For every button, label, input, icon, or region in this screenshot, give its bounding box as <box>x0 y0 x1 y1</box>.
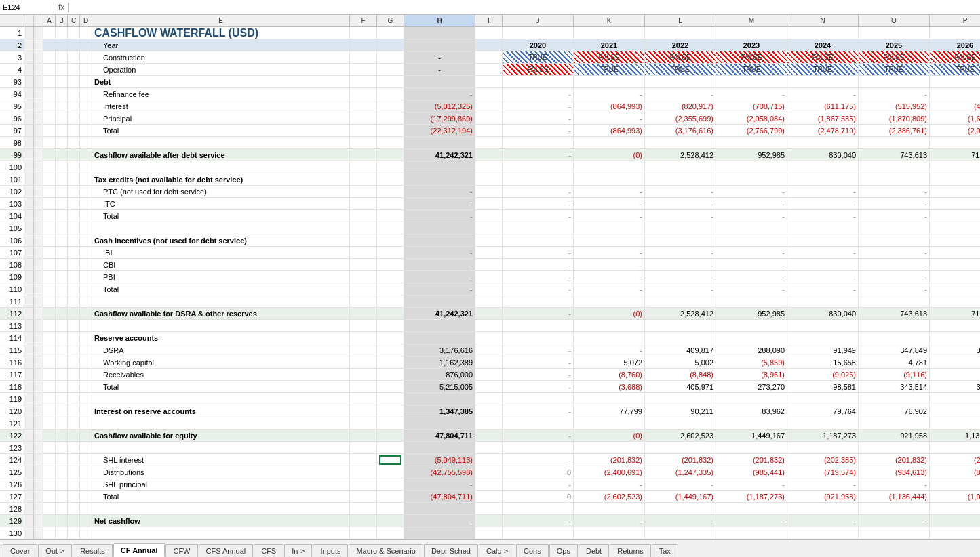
row-113: 113 <box>0 320 980 332</box>
col-header-e[interactable]: E <box>92 15 350 26</box>
cola-3 <box>43 51 56 63</box>
grp1-1 <box>24 27 34 39</box>
rownum-120: 120 <box>0 405 24 417</box>
row-98: 98 <box>0 137 980 149</box>
cola-2 <box>43 39 56 51</box>
row-105: 105 <box>0 222 980 234</box>
rownum-113: 113 <box>0 320 24 331</box>
cashflow-dsra-label: Cashflow available for DSRA & other rese… <box>92 308 350 319</box>
year-2022: 2022 <box>645 39 716 51</box>
tab-depr-sched[interactable]: Depr Sched <box>424 544 478 557</box>
rownum-96: 96 <box>0 112 24 124</box>
construction-label: Construction <box>92 51 350 63</box>
col-header-d[interactable]: D <box>80 15 92 26</box>
grp1-4 <box>24 64 34 75</box>
rownum-109: 109 <box>0 271 24 283</box>
tab-cfw[interactable]: CFW <box>165 544 197 557</box>
tab-returns[interactable]: Returns <box>610 544 651 557</box>
col-header-m[interactable]: M <box>716 15 787 26</box>
col-header-p[interactable]: P <box>930 15 980 26</box>
principal-label: Principal <box>92 112 350 124</box>
col-header-j[interactable]: J <box>503 15 574 26</box>
ibi-label: IBI <box>92 247 350 258</box>
row-96: 96 Principal (17,299,869) - - (2,355,699… <box>0 112 980 125</box>
op-2025: TRUE <box>859 64 930 75</box>
col-header-b[interactable]: B <box>56 15 68 26</box>
col-header-n[interactable]: N <box>787 15 859 26</box>
tab-calc[interactable]: Calc-> <box>479 544 515 557</box>
rownum-129: 129 <box>0 515 24 527</box>
col-header-grp1[interactable] <box>24 15 34 26</box>
rownum-125: 125 <box>0 466 24 478</box>
colc-1 <box>68 27 80 39</box>
tab-tax[interactable]: Tax <box>652 544 678 557</box>
tab-inputs[interactable]: Inputs <box>313 544 348 557</box>
dsra-label: DSRA <box>92 344 350 356</box>
tab-cons[interactable]: Cons <box>516 544 549 557</box>
shl-principal-label: SHL principal <box>92 478 350 490</box>
rownum-130: 130 <box>0 527 24 539</box>
row-129: 129 Net cashflow - -------- <box>0 515 980 527</box>
row-115: 115 DSRA 3,176,616 - - 409,817 288,090 9… <box>0 344 980 356</box>
tab-debt[interactable]: Debt <box>579 544 609 557</box>
row-99: 99 Cashflow available after debt service… <box>0 149 980 161</box>
row-104: 104 Total - - - - - - - - - <box>0 210 980 222</box>
title-cell: CASHFLOW WATERFALL (USD) <box>92 27 350 39</box>
rownum-1: 1 <box>0 27 24 39</box>
row-114: 114 Reserve accounts <box>0 332 980 344</box>
year-k-1 <box>574 27 645 39</box>
year-p-1 <box>930 27 980 39</box>
col-header-i[interactable]: I <box>475 15 503 26</box>
tab-cover[interactable]: Cover <box>3 544 37 557</box>
const-2025: FALSE <box>859 51 930 63</box>
cbi-label: CBI <box>92 259 350 270</box>
tax-total-label: Total <box>92 210 350 222</box>
col-header-k[interactable]: K <box>574 15 645 26</box>
tab-results[interactable]: Results <box>73 544 113 557</box>
colb-3 <box>56 51 68 63</box>
col-header-grp2[interactable] <box>34 15 43 26</box>
tab-out[interactable]: Out-> <box>38 544 72 557</box>
colf-1 <box>350 27 377 39</box>
grp2-3 <box>34 51 43 63</box>
col-header-a[interactable]: A <box>43 15 56 26</box>
ptc-label: PTC (not used for debt service) <box>92 186 350 197</box>
rownum-123: 123 <box>0 442 24 453</box>
row-116: 116 Working capital 1,162,389 - 5,072 5,… <box>0 356 980 369</box>
col-header-h[interactable]: H <box>404 15 475 26</box>
colh-4: - <box>404 64 475 75</box>
shl-interest-label: SHL interest <box>92 454 350 466</box>
col-header-l[interactable]: L <box>645 15 716 26</box>
tab-macro-scenario[interactable]: Macro & Scenario <box>349 544 423 557</box>
year-n-1 <box>787 27 859 39</box>
name-box[interactable]: E124 <box>0 2 54 13</box>
col-header-o[interactable]: O <box>859 15 930 26</box>
col-header-c[interactable]: C <box>68 15 80 26</box>
data-area: 1 CASHFLOW WATERFALL (USD) 2 <box>0 27 980 539</box>
tab-in[interactable]: In-> <box>284 544 312 557</box>
rownum-110: 110 <box>0 283 24 295</box>
const-2020: TRUE <box>503 51 574 63</box>
cashflow-equity-label: Cashflow available for equity <box>92 430 350 441</box>
row-95: 95 Interest (5,012,325) - (864,993) (820… <box>0 100 980 112</box>
tab-cf-annual[interactable]: CF Annual <box>113 543 165 557</box>
rownum-100: 100 <box>0 161 24 173</box>
colb-1 <box>56 27 68 39</box>
row-110: 110 Total - -------- <box>0 283 980 295</box>
rownum-127: 127 <box>0 491 24 502</box>
col-header-f[interactable]: F <box>350 15 377 26</box>
tab-ops[interactable]: Ops <box>549 544 578 557</box>
colg-1 <box>377 27 404 39</box>
year-2021: 2021 <box>574 39 645 51</box>
interest-reserve-label: Interest on reserve accounts <box>92 405 350 417</box>
tab-cfs-annual[interactable]: CFS Annual <box>199 544 254 557</box>
op-2021: TRUE <box>574 64 645 75</box>
row-127: 127 Total (47,804,711) 0 (2,602,523) (1,… <box>0 491 980 503</box>
itc-label: ITC <box>92 198 350 209</box>
tab-cfs[interactable]: CFS <box>254 544 283 557</box>
col-header-g[interactable]: G <box>377 15 404 26</box>
year-m-1 <box>716 27 787 39</box>
rownum-124: 124 <box>0 454 24 466</box>
colg-2 <box>377 39 404 51</box>
coli-4 <box>475 64 503 75</box>
